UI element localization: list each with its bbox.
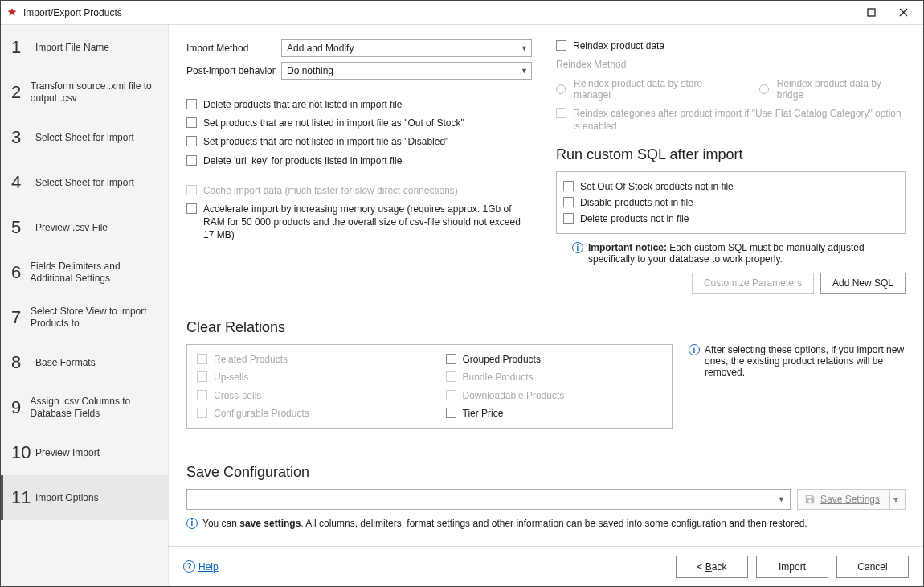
checkbox-related-products: [197, 354, 207, 364]
step-9[interactable]: 9Assign .csv Columns to Database Fields: [1, 385, 168, 430]
step-1[interactable]: 1Import File Name: [1, 25, 168, 70]
checkbox-reindex-categories: [556, 108, 566, 118]
checkbox-accelerate[interactable]: [186, 203, 197, 214]
help-link[interactable]: ? Help: [183, 560, 219, 573]
save-configuration-title: Save Configuration: [186, 464, 906, 481]
step-3[interactable]: 3Select Sheet for Import: [1, 115, 168, 160]
add-new-sql-button[interactable]: Add New SQL: [820, 273, 906, 294]
import-export-window: Import/Export Products 1Import File Name…: [0, 0, 924, 587]
help-icon: ?: [183, 560, 195, 573]
checkbox-grouped[interactable]: [446, 354, 456, 364]
customize-parameters-button: Customize Parameters: [692, 273, 814, 294]
chevron-down-icon: ▼: [778, 495, 785, 503]
step-8[interactable]: 8Base Formats: [1, 340, 168, 385]
chevron-down-icon: ▼: [521, 44, 528, 52]
checkbox-sql-delete[interactable]: [563, 213, 574, 224]
step-7[interactable]: 7Select Store View to import Products to: [1, 295, 168, 340]
sql-notice: i Important notice: Each custom SQL must…: [556, 242, 906, 265]
step-10[interactable]: 10Preview Import: [1, 430, 168, 475]
checkbox-cross-sells: [197, 390, 207, 400]
reindex-sql-column: Reindex product data Reindex Method Rein…: [556, 39, 906, 294]
wizard-sidebar: 1Import File Name 2Transform source .xml…: [1, 25, 169, 586]
checkbox-delete-not-listed[interactable]: [186, 99, 197, 109]
chevron-down-icon: ▾: [889, 490, 898, 509]
clear-relations-box: Related Products Up-sells Cross-sells Co…: [186, 344, 673, 429]
window-title: Import/Export Products: [23, 7, 861, 18]
clear-relations-title: Clear Relations: [186, 319, 906, 336]
app-icon: [6, 6, 18, 19]
checkbox-sql-out-of-stock[interactable]: [563, 181, 574, 191]
checkbox-out-of-stock[interactable]: [186, 117, 197, 128]
step-4[interactable]: 4Select Sheet for Import: [1, 160, 168, 205]
window-controls: [861, 5, 918, 21]
checkbox-bundle: [446, 371, 456, 382]
checkbox-downloadable: [446, 390, 456, 400]
step-5[interactable]: 5Preview .csv File: [1, 205, 168, 250]
titlebar: Import/Export Products: [1, 1, 923, 25]
import-button[interactable]: Import: [756, 556, 828, 578]
checkbox-upsells: [197, 371, 207, 382]
post-import-label: Post-import behavior: [186, 65, 281, 76]
step-2[interactable]: 2Transform source .xml file to output .c…: [1, 70, 168, 115]
bottom-bar: ? Help < Back Import Cancel: [169, 546, 923, 586]
info-icon: i: [572, 242, 583, 253]
maximize-button[interactable]: [861, 5, 881, 21]
close-button[interactable]: [893, 5, 914, 21]
radio-reindex-store: [556, 84, 566, 94]
checkbox-delete-urlkey[interactable]: [186, 155, 197, 166]
import-method-label: Import Method: [186, 43, 281, 54]
checkbox-cache: [186, 185, 197, 195]
body: 1Import File Name 2Transform source .xml…: [1, 25, 923, 586]
content: Import Method Add and Modify ▼ Post-impo…: [169, 25, 923, 546]
import-method-select[interactable]: Add and Modify ▼: [281, 39, 532, 57]
post-import-select[interactable]: Do nothing ▼: [281, 62, 532, 80]
svg-rect-0: [868, 9, 875, 16]
checkbox-disabled[interactable]: [186, 136, 197, 146]
back-button[interactable]: < Back: [676, 556, 748, 578]
import-settings-column: Import Method Add and Modify ▼ Post-impo…: [186, 39, 532, 294]
custom-sql-box: Set Out Of Stock products not in file Di…: [556, 171, 906, 235]
step-11[interactable]: 11Import Options: [1, 475, 168, 520]
step-6[interactable]: 6Fields Delimiters and Additional Settin…: [1, 250, 168, 295]
reindex-method-label: Reindex Method: [556, 59, 906, 70]
main: Import Method Add and Modify ▼ Post-impo…: [169, 25, 923, 586]
save-icon: [804, 494, 816, 505]
save-settings-button: Save Settings ▾: [797, 489, 906, 510]
save-configuration-info: i You can save settings. All columns, de…: [186, 518, 906, 529]
configuration-select[interactable]: ▼: [186, 489, 791, 510]
checkbox-configurable: [197, 408, 207, 418]
chevron-down-icon: ▼: [521, 67, 528, 75]
clear-relations-info: i After selecting these options, if you …: [689, 344, 906, 378]
checkbox-sql-disable[interactable]: [563, 197, 574, 207]
checkbox-reindex[interactable]: [556, 40, 566, 51]
cancel-button[interactable]: Cancel: [836, 556, 909, 578]
radio-reindex-bridge: [759, 84, 769, 94]
info-icon: i: [186, 518, 198, 529]
info-icon: i: [689, 344, 700, 355]
checkbox-tier-price[interactable]: [446, 408, 456, 418]
sql-section-title: Run custom SQL after import: [556, 146, 906, 163]
